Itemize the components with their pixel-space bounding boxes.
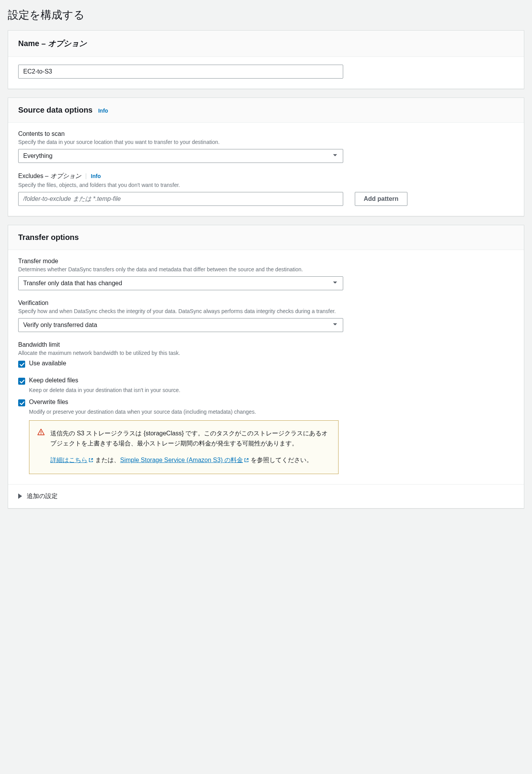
verification-select[interactable]: Verify only transferred data bbox=[18, 318, 343, 332]
keep-deleted-desc: Keep or delete data in your destination … bbox=[29, 387, 514, 393]
separator: | bbox=[85, 173, 87, 179]
alert-content: 送信先の S3 ストレージクラスは {storageClass} です。このタス… bbox=[50, 428, 330, 466]
contents-label: Contents to scan bbox=[18, 130, 514, 137]
keep-deleted-field: Keep deleted files Keep or delete data i… bbox=[18, 377, 514, 393]
overwrite-field: Overwrite files Modify or preserve your … bbox=[18, 399, 514, 474]
bandwidth-field: Bandwidth limit Allocate the maximum net… bbox=[18, 341, 514, 368]
source-info-link[interactable]: Info bbox=[98, 108, 108, 114]
transfer-mode-select[interactable]: Transfer only data that has changed bbox=[18, 276, 343, 290]
alert-body: 送信先の S3 ストレージクラスは {storageClass} です。このタス… bbox=[50, 428, 330, 448]
svg-point-1 bbox=[41, 433, 41, 434]
warning-icon bbox=[37, 428, 45, 466]
external-link-icon bbox=[244, 456, 249, 466]
transfer-panel: Transfer options Transfer mode Determine… bbox=[8, 225, 524, 509]
contents-field: Contents to scan Specify the data in you… bbox=[18, 130, 514, 163]
alert-after: を参照してください。 bbox=[249, 457, 313, 463]
name-title-optional: オプション bbox=[48, 39, 87, 48]
contents-desc: Specify the data in your source location… bbox=[18, 139, 514, 145]
excludes-label-prefix: Excludes – bbox=[18, 173, 50, 179]
bandwidth-label: Bandwidth limit bbox=[18, 341, 514, 348]
name-panel-title: Name – オプション bbox=[18, 39, 87, 48]
excludes-input[interactable] bbox=[18, 192, 343, 206]
alert-links-paragraph: 詳細はこちら または、Simple Storage Service (Amazo… bbox=[50, 455, 330, 466]
overwrite-label: Overwrite files bbox=[29, 399, 68, 406]
learn-more-text: 詳細はこちら bbox=[50, 457, 87, 463]
transfer-panel-body: Transfer mode Determines whether DataSyn… bbox=[8, 250, 524, 484]
external-link-icon bbox=[88, 456, 94, 466]
verification-field: Verification Specify how and when DataSy… bbox=[18, 300, 514, 332]
verification-label: Verification bbox=[18, 300, 514, 307]
s3-pricing-link[interactable]: Simple Storage Service (Amazon S3) の料金 bbox=[120, 457, 249, 463]
additional-settings-toggle[interactable]: 追加の設定 bbox=[8, 484, 524, 508]
overwrite-desc: Modify or preserve your destination data… bbox=[29, 409, 514, 415]
excludes-field: Excludes – オプション | Info Specify the file… bbox=[18, 172, 514, 206]
alert-between: または、 bbox=[94, 457, 120, 463]
excludes-desc: Specify the files, objects, and folders … bbox=[18, 182, 514, 188]
verification-desc: Specify how and when DataSync checks the… bbox=[18, 308, 514, 314]
caret-right-icon bbox=[18, 493, 22, 499]
page-title: 設定を構成する bbox=[8, 8, 524, 22]
transfer-panel-title: Transfer options bbox=[18, 233, 79, 241]
transfer-mode-desc: Determines whether DataSync transfers on… bbox=[18, 266, 514, 272]
name-title-prefix: Name – bbox=[18, 39, 48, 48]
keep-deleted-checkbox[interactable] bbox=[18, 378, 25, 385]
s3-pricing-text: Simple Storage Service (Amazon S3) の料金 bbox=[120, 457, 243, 463]
transfer-mode-field: Transfer mode Determines whether DataSyn… bbox=[18, 258, 514, 290]
excludes-label-optional: オプション bbox=[50, 173, 81, 179]
name-panel-header: Name – オプション bbox=[8, 31, 524, 57]
name-panel-body bbox=[8, 57, 524, 89]
use-available-checkbox[interactable] bbox=[18, 361, 25, 368]
source-panel-body: Contents to scan Specify the data in you… bbox=[8, 123, 524, 216]
contents-select[interactable]: Everything bbox=[18, 149, 343, 163]
name-panel: Name – オプション bbox=[8, 30, 524, 89]
name-input[interactable] bbox=[18, 65, 343, 79]
excludes-label: Excludes – オプション | Info bbox=[18, 172, 514, 180]
add-pattern-button[interactable]: Add pattern bbox=[355, 192, 407, 206]
transfer-mode-label: Transfer mode bbox=[18, 258, 514, 265]
learn-more-link[interactable]: 詳細はこちら bbox=[50, 457, 94, 463]
keep-deleted-label: Keep deleted files bbox=[29, 377, 78, 384]
use-available-label: Use available bbox=[29, 360, 66, 367]
overwrite-checkbox[interactable] bbox=[18, 399, 25, 406]
transfer-panel-header: Transfer options bbox=[8, 225, 524, 250]
source-panel: Source data options Info Contents to sca… bbox=[8, 98, 524, 216]
source-panel-header: Source data options Info bbox=[8, 98, 524, 123]
bandwidth-desc: Allocate the maximum network bandwidth t… bbox=[18, 350, 514, 356]
additional-settings-label: 追加の設定 bbox=[27, 492, 58, 500]
storage-class-alert: 送信先の S3 ストレージクラスは {storageClass} です。このタス… bbox=[29, 420, 339, 474]
excludes-info-link[interactable]: Info bbox=[91, 173, 101, 179]
source-panel-title: Source data options bbox=[18, 106, 92, 114]
